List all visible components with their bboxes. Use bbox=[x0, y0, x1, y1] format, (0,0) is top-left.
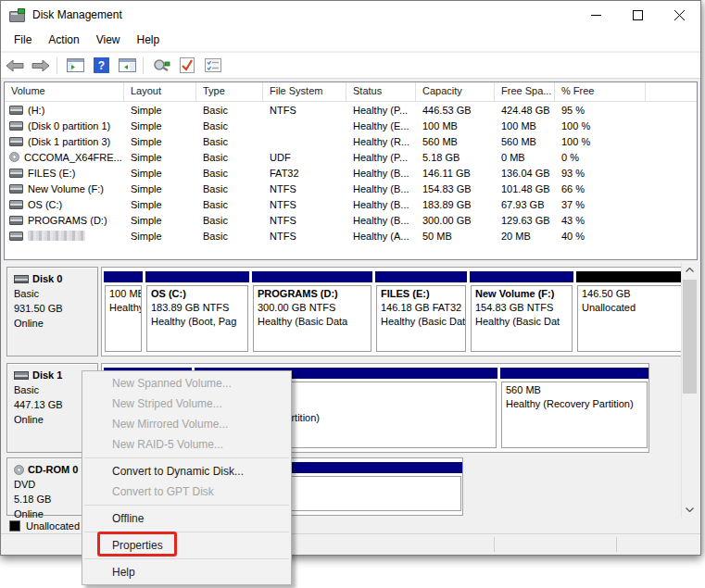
show-console-tree-button[interactable] bbox=[63, 56, 87, 76]
table-cell: Healthy (A... bbox=[346, 231, 416, 242]
drive-icon bbox=[9, 200, 23, 209]
scrollbar-thumb[interactable] bbox=[683, 280, 697, 394]
disk-icon bbox=[14, 371, 29, 380]
column-header[interactable]: Free Spa... bbox=[495, 82, 555, 101]
table-cell: NTFS bbox=[263, 215, 346, 226]
table-cell: 100 MB bbox=[495, 120, 555, 131]
menu-item-offline[interactable]: Offline bbox=[82, 508, 291, 529]
close-button[interactable] bbox=[659, 1, 700, 29]
action-pane-icon bbox=[119, 58, 136, 72]
magnifier-button[interactable] bbox=[149, 56, 173, 76]
column-header[interactable]: File System bbox=[263, 82, 346, 101]
partition-info-box: 560 MBHealthy (Recovery Partition) bbox=[501, 382, 648, 448]
checklist-button[interactable] bbox=[201, 56, 225, 76]
window-title: Disk Management bbox=[32, 8, 122, 21]
disk-name: Disk 0 bbox=[32, 271, 62, 286]
table-cell: Healthy (P... bbox=[346, 152, 416, 163]
table-row[interactable]: (H:)SimpleBasicNTFSHealthy (P...446.53 G… bbox=[5, 102, 697, 118]
table-cell: Healthy (B... bbox=[346, 183, 416, 194]
menu-action[interactable]: Action bbox=[40, 31, 87, 49]
menu-item-convert-to-gpt-disk: Convert to GPT Disk bbox=[82, 482, 291, 502]
maximize-button[interactable] bbox=[617, 1, 659, 29]
minimize-icon bbox=[591, 10, 601, 20]
table-cell: UDF bbox=[263, 152, 346, 163]
partition-line: 100 MB bbox=[109, 287, 137, 301]
table-cell: 50 MB bbox=[416, 231, 495, 242]
table-row[interactable]: (Disk 1 partition 3)SimpleBasicHealthy (… bbox=[5, 133, 697, 149]
table-row[interactable]: FILES (E:)SimpleBasicFAT32Healthy (B...1… bbox=[5, 165, 697, 181]
table-cell: Basic bbox=[196, 231, 263, 242]
partition-info-box: 146.50 GBUnallocated bbox=[577, 285, 682, 352]
volume-name: PROGRAMS (D:) bbox=[28, 215, 107, 226]
table-row[interactable]: SimpleBasicNTFSHealthy (A...50 MB20 MB40… bbox=[5, 228, 697, 244]
table-cell: Basic bbox=[196, 183, 263, 194]
partition-cell[interactable]: FILES (E:)146.18 GB FAT32Healthy (Basic … bbox=[375, 271, 467, 353]
volume-name: OS (C:) bbox=[28, 199, 62, 210]
partition-cell[interactable]: New Volume (F:)154.83 GB NTFSHealthy (Ba… bbox=[470, 271, 573, 353]
partition-cell[interactable]: 560 MBHealthy (Recovery Partition) bbox=[500, 368, 648, 449]
table-cell: Healthy (P... bbox=[346, 105, 416, 116]
menu-file[interactable]: File bbox=[6, 31, 40, 49]
column-header[interactable]: Type bbox=[196, 82, 263, 101]
chevron-down-icon bbox=[686, 507, 694, 512]
table-row[interactable]: (Disk 0 partition 1)SimpleBasicHealthy (… bbox=[5, 118, 697, 133]
table-cell: NTFS bbox=[263, 105, 346, 116]
menu-item-convert-to-dynamic-disk[interactable]: Convert to Dynamic Disk... bbox=[82, 461, 291, 482]
legend-label: Unallocated bbox=[26, 520, 80, 532]
statusbar-divider bbox=[494, 537, 495, 552]
cdrom-icon bbox=[14, 465, 24, 475]
scroll-down-button[interactable] bbox=[682, 502, 698, 518]
disk-strip: 100 MBHealthy (EFI SysteOS (C:)183.89 GB… bbox=[101, 267, 684, 357]
table-row[interactable]: OS (C:)SimpleBasicNTFSHealthy (B...183.8… bbox=[5, 196, 697, 212]
maximize-icon bbox=[633, 10, 643, 20]
partition-line: Healthy (Boot, Pag bbox=[151, 315, 244, 329]
table-cell: Basic bbox=[196, 215, 263, 226]
column-header[interactable]: Capacity bbox=[416, 82, 495, 101]
forward-button[interactable] bbox=[29, 56, 53, 76]
partition-line: Healthy (EFI Syste bbox=[109, 301, 137, 315]
back-button[interactable] bbox=[3, 56, 27, 76]
table-cell: 129.63 GB bbox=[495, 215, 555, 226]
minimize-button[interactable] bbox=[575, 1, 617, 29]
partition-color-bar bbox=[104, 271, 143, 282]
drive-icon bbox=[9, 137, 23, 146]
menu-help[interactable]: Help bbox=[129, 31, 169, 49]
volume-name: FILES (E:) bbox=[28, 168, 75, 179]
column-header[interactable]: Volume bbox=[5, 82, 124, 101]
table-cell: 560 MB bbox=[495, 136, 555, 147]
partition-cell[interactable]: PROGRAMS (D:)300.00 GB NTFSHealthy (Basi… bbox=[252, 271, 372, 353]
partition-color-bar bbox=[375, 271, 467, 282]
app-icon bbox=[9, 8, 25, 21]
partition-color-bar bbox=[500, 368, 648, 379]
table-row[interactable]: PROGRAMS (D:)SimpleBasicNTFSHealthy (B..… bbox=[5, 212, 697, 228]
partition-line: Healthy (Basic Dat bbox=[381, 315, 461, 329]
check-document-icon bbox=[180, 57, 195, 73]
unallocated-swatch bbox=[9, 520, 20, 532]
title-bar: Disk Management bbox=[1, 1, 700, 29]
column-header[interactable]: Status bbox=[346, 82, 416, 101]
column-header[interactable]: % Free bbox=[555, 82, 646, 101]
table-cell: 136.04 GB bbox=[495, 168, 555, 179]
table-cell: Healthy (B... bbox=[346, 199, 416, 210]
table-row[interactable]: New Volume (F:)SimpleBasicNTFSHealthy (B… bbox=[5, 181, 697, 196]
partition-cell[interactable]: 100 MBHealthy (EFI Syste bbox=[104, 271, 143, 353]
help-icon: ? bbox=[94, 57, 109, 73]
partition-cell[interactable]: OS (C:)183.89 GB NTFSHealthy (Boot, Pag bbox=[145, 271, 249, 353]
menu-view[interactable]: View bbox=[88, 31, 129, 49]
column-header[interactable]: Layout bbox=[124, 82, 196, 101]
menu-item-help[interactable]: Help bbox=[82, 562, 291, 582]
help-button[interactable]: ? bbox=[89, 56, 113, 76]
disk-label[interactable]: Disk 0Basic931.50 GBOnline bbox=[6, 267, 98, 357]
partition-info-box: PROGRAMS (D:)300.00 GB NTFSHealthy (Basi… bbox=[253, 285, 371, 352]
checklist-icon bbox=[205, 58, 221, 72]
toolbar-separator bbox=[57, 57, 57, 74]
drive-icon bbox=[9, 106, 23, 115]
menu-item-new-raid-5-volume: New RAID-5 Volume... bbox=[82, 434, 291, 455]
scroll-up-button[interactable] bbox=[682, 262, 698, 278]
partition-line: Healthy (Basic Data bbox=[258, 315, 367, 329]
check-document-button[interactable] bbox=[175, 56, 199, 76]
show-action-pane-button[interactable] bbox=[115, 56, 139, 76]
table-row[interactable]: CCCOMA_X64FRE...SimpleBasicUDFHealthy (P… bbox=[5, 149, 697, 165]
partition-cell[interactable]: 146.50 GBUnallocated bbox=[576, 271, 683, 353]
vertical-scrollbar[interactable] bbox=[681, 262, 698, 518]
